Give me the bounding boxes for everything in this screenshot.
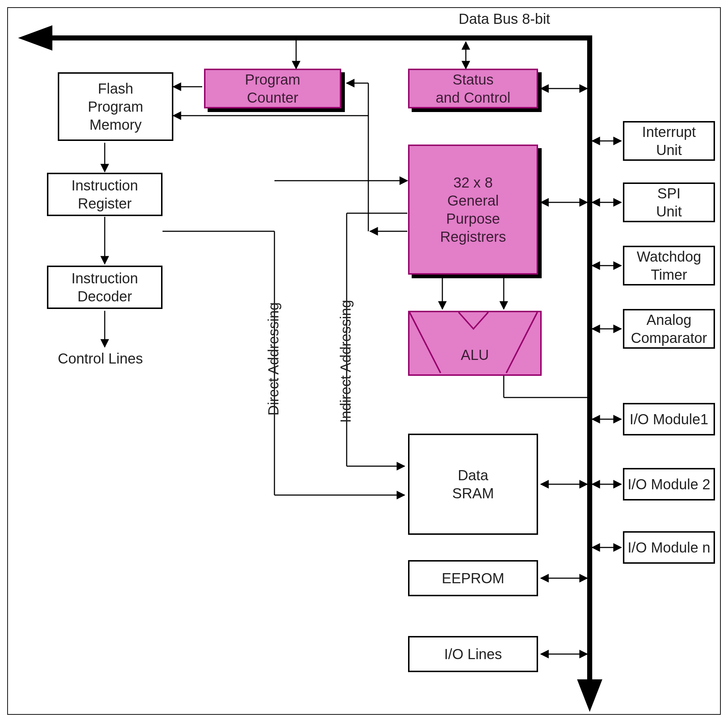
block-instruction-register: InstructionRegister (47, 173, 162, 216)
block-ion: I/O Module n (623, 531, 715, 564)
io2-label: I/O Module 2 (628, 475, 710, 493)
block-interrupt: InterruptUnit (623, 121, 715, 161)
block-gpr: 32 x 8GeneralPurposeRegistrers (408, 144, 538, 274)
block-sram: DataSRAM (408, 434, 538, 535)
block-io-lines: I/O Lines (408, 636, 538, 672)
gpr-label: 32 x 8GeneralPurposeRegistrers (440, 173, 506, 246)
block-watchdog: WatchdogTimer (623, 246, 715, 285)
ion-label: I/O Module n (628, 538, 710, 556)
analog-label: AnalogComparator (631, 311, 707, 347)
svg-line-37 (410, 312, 440, 373)
svg-line-38 (506, 312, 537, 373)
svg-marker-1 (18, 25, 52, 51)
interrupt-label: InterruptUnit (642, 123, 696, 159)
status-control-label: Statusand Control (436, 71, 511, 107)
block-spi: SPIUnit (623, 182, 715, 222)
block-io2: I/O Module 2 (623, 468, 715, 500)
block-alu: ALU (408, 311, 542, 376)
instruction-decoder-label: InstructionDecoder (72, 269, 138, 305)
block-io1: I/O Module1 (623, 403, 715, 435)
spi-label: SPIUnit (656, 184, 682, 221)
indirect-addressing-label: Indirect Addressing (338, 300, 354, 423)
sram-label: DataSRAM (452, 466, 494, 502)
block-instruction-decoder: InstructionDecoder (47, 265, 162, 309)
svg-marker-3 (577, 679, 602, 712)
block-eeprom: EEPROM (408, 560, 538, 596)
block-analog: AnalogComparator (623, 309, 715, 349)
direct-addressing-label: Direct Addressing (265, 302, 282, 415)
io1-label: I/O Module1 (630, 410, 708, 428)
flash-label: FlashProgramMemory (88, 80, 143, 134)
watchdog-label: WatchdogTimer (637, 248, 701, 284)
block-program-counter: ProgramCounter (204, 69, 341, 109)
block-flash: FlashProgramMemory (58, 72, 173, 141)
block-status-control: Statusand Control (408, 69, 538, 109)
alu-label: ALU (408, 347, 542, 363)
instruction-register-label: InstructionRegister (72, 176, 138, 213)
io-lines-label: I/O Lines (444, 645, 502, 663)
eeprom-label: EEPROM (442, 569, 504, 587)
control-lines-label: Control Lines (58, 351, 143, 367)
program-counter-label: ProgramCounter (245, 71, 300, 107)
